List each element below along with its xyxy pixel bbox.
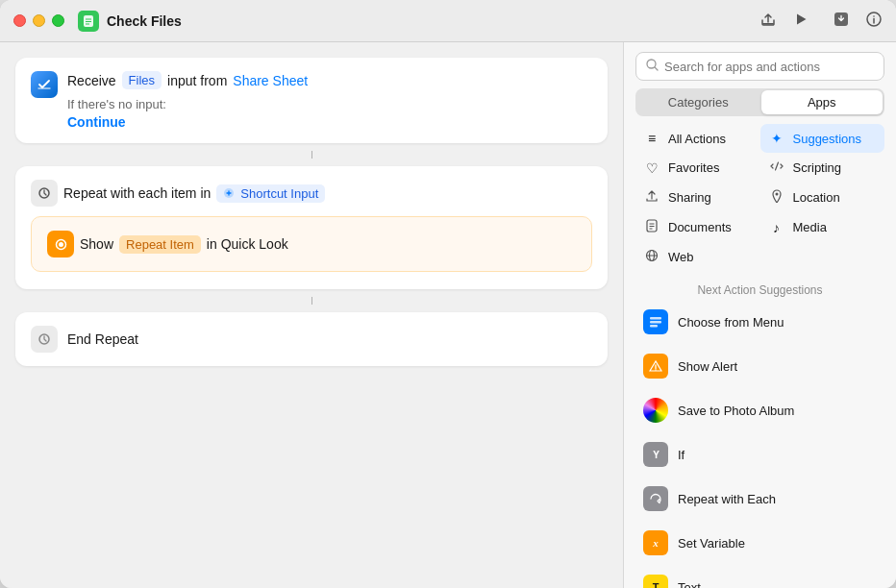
category-all-actions[interactable]: ≡ All Actions	[635, 124, 760, 153]
suggestions-section: Next Action Suggestions Choose from Menu	[624, 276, 896, 588]
next-action-suggestions-title: Next Action Suggestions	[624, 276, 896, 301]
share-sheet-link[interactable]: Share Sheet	[233, 73, 308, 88]
text-icon: T	[643, 575, 668, 588]
category-location[interactable]: Location	[760, 183, 885, 212]
end-repeat-label: End Repeat	[67, 331, 138, 347]
app-icon	[78, 11, 99, 32]
scripting-label: Scripting	[793, 160, 842, 175]
app-window: Check Files	[0, 0, 896, 588]
all-actions-label: All Actions	[668, 132, 726, 146]
action-repeat-with-each[interactable]: Repeat with Each	[630, 478, 890, 520]
end-repeat-card[interactable]: End Repeat	[15, 312, 608, 366]
shortcut-input-label: Shortcut Input	[240, 186, 318, 201]
shortcut-input-badge[interactable]: Shortcut Input	[216, 184, 325, 203]
titlebar-actions	[759, 11, 883, 32]
documents-icon	[643, 219, 660, 235]
suggestions-label: Suggestions	[793, 132, 862, 146]
categories-grid: ≡ All Actions ✦ Suggestions ♡ Favorites	[635, 124, 884, 272]
web-icon	[643, 249, 660, 265]
receive-label: Receive	[67, 73, 116, 88]
svg-rect-23	[650, 321, 661, 324]
show-card-row: Show Repeat Item in Quick Look	[47, 231, 576, 257]
repeat-label: Repeat with each item in	[63, 185, 211, 201]
search-bar[interactable]	[635, 52, 884, 81]
show-card[interactable]: Show Repeat Item in Quick Look	[31, 216, 592, 272]
repeat-each-label: Repeat with Each	[678, 492, 776, 506]
svg-line-13	[655, 67, 658, 70]
action-set-variable[interactable]: x Set Variable	[630, 522, 890, 564]
search-input[interactable]	[664, 60, 874, 74]
play-icon[interactable]	[792, 11, 809, 32]
save-photo-icon	[643, 398, 668, 423]
action-show-alert[interactable]: Show Alert	[630, 345, 890, 387]
text-label: Text	[678, 580, 701, 589]
receive-card[interactable]: Receive Files input from Share Sheet If …	[15, 58, 608, 143]
action-save-photo[interactable]: Save to Photo Album	[630, 389, 890, 431]
receive-icon	[31, 71, 58, 98]
action-choose-from-menu[interactable]: Choose from Menu	[630, 301, 890, 343]
window-title: Check Files	[107, 13, 182, 29]
repeat-item-badge[interactable]: Repeat Item	[119, 235, 201, 254]
show-alert-icon	[643, 354, 668, 379]
sharing-icon	[643, 189, 660, 206]
favorites-icon: ♡	[643, 160, 660, 176]
favorites-label: Favorites	[668, 160, 719, 175]
suggestions-icon: ✦	[768, 131, 785, 146]
titlebar: Check Files	[0, 0, 896, 42]
traffic-lights	[13, 14, 64, 27]
svg-point-7	[873, 15, 875, 17]
files-badge[interactable]: Files	[122, 71, 162, 89]
category-documents[interactable]: Documents	[635, 212, 760, 242]
set-variable-icon: x	[643, 530, 668, 555]
maximize-button[interactable]	[52, 14, 64, 27]
location-label: Location	[793, 190, 840, 205]
svg-rect-24	[650, 325, 658, 328]
repeat-icon	[31, 180, 58, 207]
sharing-label: Sharing	[668, 190, 711, 205]
choose-from-menu-icon	[643, 309, 668, 334]
category-suggestions[interactable]: ✦ Suggestions	[760, 124, 885, 153]
svg-point-11	[59, 242, 63, 247]
category-favorites[interactable]: ♡ Favorites	[635, 153, 760, 183]
svg-point-26	[655, 369, 656, 370]
media-label: Media	[793, 220, 827, 234]
category-scripting[interactable]: Scripting	[760, 153, 885, 183]
no-input-label: If there's no input:	[67, 97, 592, 111]
show-alert-label: Show Alert	[678, 359, 737, 374]
category-sharing[interactable]: Sharing	[635, 183, 760, 212]
apps-segment[interactable]: Apps	[761, 90, 884, 114]
continue-link[interactable]: Continue	[67, 114, 592, 130]
connector-line-2	[311, 297, 312, 305]
categories-segment[interactable]: Categories	[637, 90, 759, 114]
media-icon: ♪	[768, 220, 785, 235]
category-web[interactable]: Web	[635, 242, 760, 272]
upload-icon[interactable]	[759, 11, 777, 32]
workflow-panel: Receive Files input from Share Sheet If …	[0, 42, 623, 588]
import-icon[interactable]	[833, 11, 850, 32]
documents-label: Documents	[668, 220, 732, 234]
minimize-button[interactable]	[33, 14, 45, 27]
action-text[interactable]: T Text	[630, 566, 890, 588]
choose-from-menu-label: Choose from Menu	[678, 315, 784, 330]
location-icon	[768, 189, 785, 206]
info-icon[interactable]	[865, 11, 883, 32]
in-quick-look-label: in Quick Look	[207, 236, 288, 252]
action-if[interactable]: Y If	[630, 433, 890, 476]
title-area: Check Files	[78, 11, 182, 32]
repeat-card-row: Repeat with each item in Shortcut Input	[31, 180, 592, 207]
content-area: Receive Files input from Share Sheet If …	[0, 42, 896, 588]
show-label: Show	[80, 236, 113, 252]
show-icon	[47, 231, 74, 257]
repeat-card[interactable]: Repeat with each item in Shortcut Input	[15, 166, 608, 289]
close-button[interactable]	[13, 14, 26, 27]
category-media[interactable]: ♪ Media	[760, 212, 885, 242]
end-repeat-icon	[31, 326, 58, 353]
receive-card-row: Receive Files input from Share Sheet	[67, 71, 592, 89]
svg-point-14	[775, 193, 778, 196]
receive-card-content: Receive Files input from Share Sheet If …	[67, 71, 592, 130]
repeat-each-icon	[643, 486, 668, 511]
if-icon: Y	[643, 442, 668, 467]
all-actions-icon: ≡	[643, 131, 660, 146]
scripting-icon	[768, 159, 785, 176]
web-label: Web	[668, 250, 694, 264]
